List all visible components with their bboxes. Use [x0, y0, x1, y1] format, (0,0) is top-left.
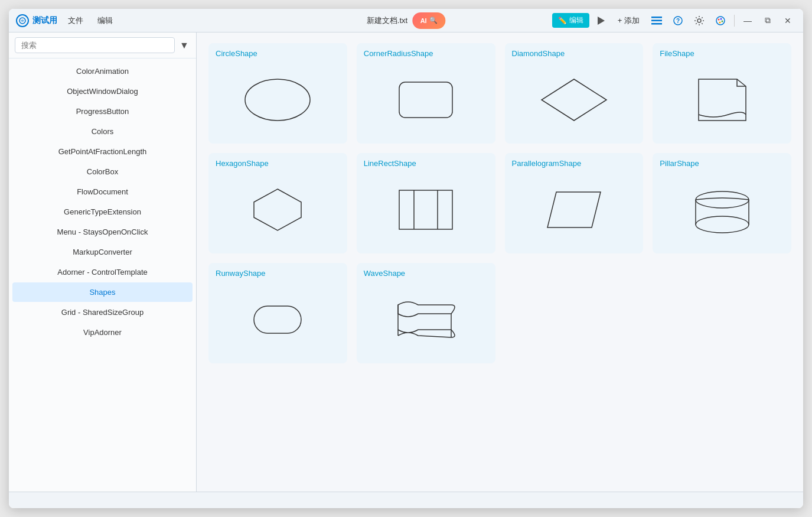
restore-button[interactable]: ⧉: [759, 12, 776, 29]
ai-label: AI: [420, 17, 427, 24]
shape-canvas-corner-radius: [364, 64, 488, 135]
shape-canvas-parallelogram: [512, 174, 637, 245]
shape-canvas-pillar: [660, 174, 784, 245]
search-bar: ▼: [9, 32, 196, 58]
card-pillar-shape[interactable]: PillarShape: [653, 153, 791, 253]
svg-marker-16: [254, 189, 301, 230]
svg-point-7: [697, 19, 701, 22]
shape-canvas-diamond: [512, 64, 637, 135]
content-area: CircleShape CornerRadiusShape: [197, 32, 803, 492]
card-corner-radius-shape[interactable]: CornerRadiusShape: [357, 43, 495, 144]
svg-point-10: [720, 18, 722, 19]
close-button[interactable]: ✕: [780, 12, 796, 29]
svg-rect-25: [254, 306, 301, 333]
titlebar-left: 测试用 文件 编辑: [16, 13, 116, 28]
card-title-line-rect: LineRectShape: [364, 159, 416, 168]
help-icon[interactable]: ?: [669, 12, 687, 30]
card-title-circle: CircleShape: [216, 49, 257, 58]
titlebar-right: ✏️ 编辑 + 添加 ?: [552, 12, 796, 30]
sidebar-item-grid-shared[interactable]: Grid - SharedSizeGroup: [12, 303, 193, 322]
shape-canvas-file: [660, 64, 784, 135]
titlebar-center: 新建文档.txt AI 🔍: [367, 12, 445, 29]
svg-marker-1: [598, 17, 605, 25]
card-title-pillar: PillarShape: [660, 159, 699, 168]
shape-canvas-runway: [216, 284, 340, 355]
card-file-shape[interactable]: FileShape: [653, 43, 791, 144]
sidebar-item-vip-adorner[interactable]: VipAdorner: [12, 323, 193, 342]
app-name: 测试用: [32, 15, 57, 26]
svg-marker-20: [547, 192, 601, 227]
card-title-file: FileShape: [660, 49, 694, 58]
svg-point-9: [718, 18, 720, 20]
sidebar-item-progress-button[interactable]: ProgressButton: [12, 102, 193, 121]
svg-point-24: [696, 191, 749, 208]
sidebar-list: ColorAnimation ObjectWindowDialog Progre…: [9, 58, 196, 492]
shape-canvas-hexagon: [216, 174, 340, 245]
dropdown-icon[interactable]: ▼: [178, 40, 190, 51]
list-icon[interactable]: [648, 12, 666, 30]
shapes-grid: CircleShape CornerRadiusShape: [208, 43, 791, 363]
card-title-runway: RunwayShape: [216, 269, 266, 278]
sidebar-item-menu-stays[interactable]: Menu - StaysOpenOnClick: [12, 222, 193, 242]
menu-file[interactable]: 文件: [64, 13, 87, 28]
menu-edit[interactable]: 编辑: [94, 13, 116, 28]
minimize-button[interactable]: —: [739, 12, 756, 29]
sidebar-item-flow-document[interactable]: FlowDocument: [12, 182, 193, 201]
card-title-hexagon: HexagonShape: [216, 159, 269, 168]
sidebar-item-colorbox[interactable]: ColorBox: [12, 162, 193, 181]
edit-pencil-icon: ✏️: [558, 17, 567, 25]
sidebar-item-colors[interactable]: Colors: [12, 122, 193, 141]
sidebar-item-adorner[interactable]: Adorner - ControlTemplate: [12, 262, 193, 282]
logo-icon: [16, 14, 29, 27]
ai-search-icon: 🔍: [429, 17, 438, 24]
ai-badge: AI 🔍: [412, 12, 445, 29]
app-logo: 测试用: [16, 14, 57, 27]
card-title-wave: WaveShape: [364, 269, 405, 278]
sidebar-item-shapes[interactable]: Shapes: [12, 282, 193, 302]
svg-point-12: [719, 21, 721, 23]
card-line-rect-shape[interactable]: LineRectShape: [357, 153, 495, 253]
svg-point-11: [722, 20, 723, 22]
svg-point-21: [696, 216, 749, 233]
app-window: 测试用 文件 编辑 新建文档.txt AI 🔍 ✏️ 编辑 + 添加: [9, 9, 803, 508]
svg-rect-2: [651, 17, 662, 18]
statusbar: [9, 492, 803, 508]
card-title-diamond: DiamondShape: [512, 49, 565, 58]
card-hexagon-shape[interactable]: HexagonShape: [208, 153, 347, 253]
edit-button[interactable]: ✏️ 编辑: [552, 13, 589, 28]
palette-icon[interactable]: [712, 12, 729, 30]
titlebar: 测试用 文件 编辑 新建文档.txt AI 🔍 ✏️ 编辑 + 添加: [9, 9, 803, 32]
sidebar-item-get-point[interactable]: GetPointAtFractionLength: [12, 142, 193, 161]
sidebar-item-markup-converter[interactable]: MarkupConverter: [12, 242, 193, 262]
card-runway-shape[interactable]: RunwayShape: [208, 263, 347, 363]
card-circle-shape[interactable]: CircleShape: [208, 43, 347, 144]
card-title-corner-radius: CornerRadiusShape: [364, 49, 433, 58]
divider: [734, 15, 735, 27]
svg-text:?: ?: [676, 18, 680, 24]
shape-canvas-wave: [364, 284, 488, 355]
svg-rect-17: [399, 190, 452, 229]
shape-canvas-line-rect: [364, 174, 488, 245]
sidebar: ▼ ColorAnimation ObjectWindowDialog Prog…: [9, 32, 197, 492]
shape-canvas-circle: [216, 64, 340, 135]
card-diamond-shape[interactable]: DiamondShape: [505, 43, 644, 144]
svg-rect-4: [651, 23, 662, 25]
svg-rect-14: [399, 82, 452, 118]
svg-point-8: [716, 17, 725, 25]
settings-icon[interactable]: [690, 12, 708, 30]
sidebar-item-color-animation[interactable]: ColorAnimation: [12, 61, 193, 81]
svg-rect-3: [651, 19, 662, 21]
doc-title: 新建文档.txt: [367, 15, 407, 26]
search-input[interactable]: [15, 37, 175, 53]
svg-marker-15: [542, 79, 606, 121]
sidebar-item-object-window-dialog[interactable]: ObjectWindowDialog: [12, 82, 193, 101]
play-button[interactable]: [593, 12, 609, 29]
main-area: ▼ ColorAnimation ObjectWindowDialog Prog…: [9, 32, 803, 492]
card-parallelogram-shape[interactable]: ParallelogramShape: [505, 153, 644, 253]
sidebar-item-generic-type[interactable]: GenericTypeExtension: [12, 202, 193, 222]
card-title-parallelogram: ParallelogramShape: [512, 159, 582, 168]
svg-point-13: [245, 79, 310, 121]
add-button[interactable]: + 添加: [613, 13, 644, 28]
card-wave-shape[interactable]: WaveShape: [357, 263, 495, 363]
